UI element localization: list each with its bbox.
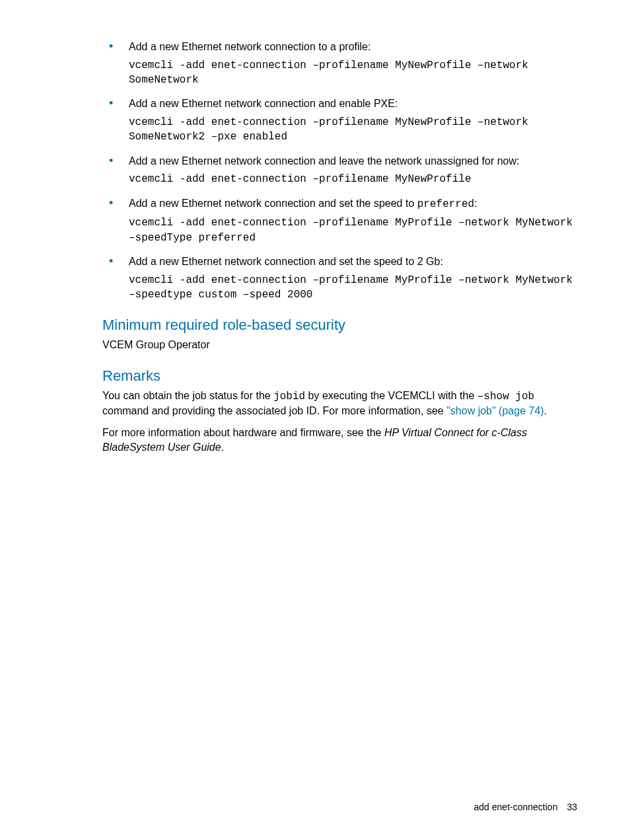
inline-code: jobid xyxy=(273,391,305,402)
security-heading: Minimum required role-based security xyxy=(102,317,577,334)
remarks-paragraph-1: You can obtain the job status for the jo… xyxy=(102,389,577,419)
list-item: Add a new Ethernet network connection an… xyxy=(102,196,577,245)
footer-page-number: 33 xyxy=(567,802,577,812)
example-code: vcemcli -add enet-connection –profilenam… xyxy=(129,58,577,88)
example-desc: Add a new Ethernet network connection to… xyxy=(129,40,577,54)
list-item: Add a new Ethernet network connection an… xyxy=(102,154,577,187)
list-item: Add a new Ethernet network connection an… xyxy=(102,96,577,144)
remarks-heading: Remarks xyxy=(102,367,577,385)
example-desc: Add a new Ethernet network connection an… xyxy=(129,254,577,269)
example-desc: Add a new Ethernet network connection an… xyxy=(129,154,577,169)
example-code: vcemcli -add enet-connection –profilenam… xyxy=(129,172,577,186)
show-job-link[interactable]: "show job" (page 74) xyxy=(446,405,543,416)
footer-section-title: add enet-connection xyxy=(474,802,558,812)
page-body: Add a new Ethernet network connection to… xyxy=(0,0,630,494)
inline-code: preferred xyxy=(417,198,474,210)
security-text: VCEM Group Operator xyxy=(102,338,577,352)
example-desc: Add a new Ethernet network connection an… xyxy=(129,196,577,212)
remarks-paragraph-2: For more information about hardware and … xyxy=(102,426,577,455)
inline-code: –show job xyxy=(477,391,534,402)
examples-list: Add a new Ethernet network connection to… xyxy=(102,40,577,302)
list-item: Add a new Ethernet network connection an… xyxy=(102,254,577,302)
page-footer: add enet-connection33 xyxy=(474,802,577,812)
example-code: vcemcli -add enet-connection –profilenam… xyxy=(129,273,577,303)
example-code: vcemcli -add enet-connection –profilenam… xyxy=(129,115,577,145)
example-desc: Add a new Ethernet network connection an… xyxy=(129,96,577,111)
example-code: vcemcli -add enet-connection –profilenam… xyxy=(129,215,577,245)
list-item: Add a new Ethernet network connection to… xyxy=(102,40,577,87)
